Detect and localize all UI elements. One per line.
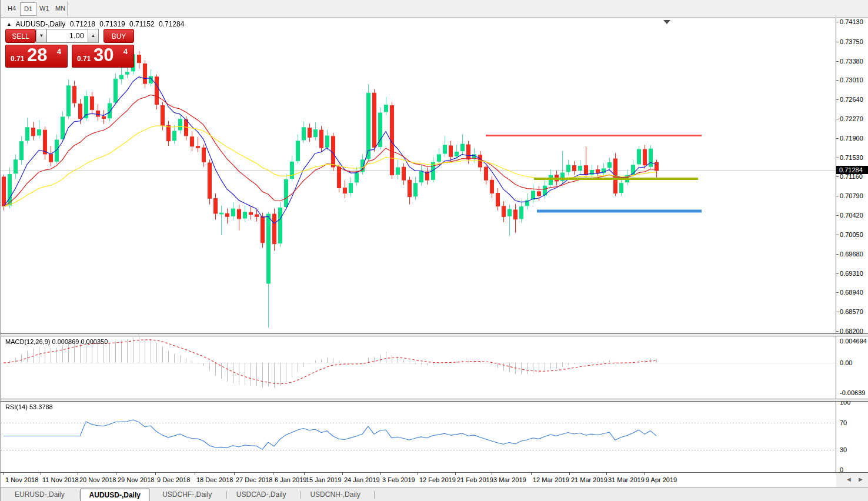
price-axis-tick (836, 196, 839, 196)
chart-tab-usdchf[interactable]: USDCHF-,Daily (154, 489, 220, 501)
toolbar-separator (67, 1, 68, 16)
price-axis-tick (836, 119, 839, 119)
time-axis-label: 15 Jan 2019 (306, 476, 342, 483)
time-axis-label: 18 Dec 2018 (196, 476, 233, 483)
sell-button[interactable]: SELL (5, 29, 36, 43)
tab-separator (300, 491, 301, 499)
macd-values: 0.000869 0.000350 (52, 338, 108, 345)
time-axis-label: 12 Mar 2019 (533, 476, 569, 483)
period-tab-mn[interactable]: MN (52, 2, 69, 15)
scroll-left-icon[interactable]: ◄ (846, 476, 852, 483)
volume-input[interactable]: 1.00 (46, 29, 88, 43)
price-axis-tick (836, 292, 839, 293)
time-axis-tick (155, 473, 156, 475)
time-axis-label: 29 Nov 2018 (118, 476, 154, 483)
chart-title: ▲ AUDUSD-,Daily 0.71218 0.71319 0.71152 … (6, 20, 186, 28)
rsi-indicator-canvas[interactable] (1, 400, 836, 472)
panel-divider[interactable] (1, 333, 868, 336)
time-axis[interactable]: 1 Nov 201811 Nov 201820 Nov 201829 Nov 2… (1, 472, 868, 487)
macd-axis-label: 0.00 (840, 359, 852, 366)
ohlc-high: 0.71319 (99, 20, 125, 28)
chart-symbol-label: AUDUSD-,Daily (16, 20, 66, 28)
time-axis-tick (418, 473, 418, 475)
price-axis-label: 0.73750 (840, 38, 863, 45)
tab-separator (226, 491, 227, 499)
ohlc-low: 0.71152 (129, 20, 155, 28)
time-axis-label: 1 Nov 2018 (5, 476, 38, 483)
time-axis-tick (606, 473, 607, 475)
rsi-axis-label: 70 (840, 419, 847, 426)
period-tab-d1[interactable]: D1 (20, 2, 36, 16)
price-axis-tick (836, 331, 839, 332)
time-axis-label: 27 Dec 2018 (236, 476, 272, 483)
time-axis-tick (380, 473, 381, 475)
buy-price-pips: 30 (94, 45, 113, 66)
scroll-right-icon[interactable]: ► (857, 476, 864, 483)
time-axis-label: 3 Mar 2019 (493, 476, 526, 483)
price-axis-label: 0.70420 (840, 212, 863, 219)
ohlc-open: 0.71218 (70, 20, 95, 28)
price-axis-label: 0.72640 (840, 96, 863, 103)
time-axis-tick (41, 473, 41, 475)
time-axis-label: 31 Mar 2019 (608, 476, 645, 483)
rsi-name: RSI(14) (5, 403, 28, 410)
price-axis-tick (836, 158, 839, 158)
time-axis-tick (304, 473, 305, 475)
macd-indicator-canvas[interactable] (1, 336, 836, 399)
sell-price-major: 0.71 (11, 55, 24, 63)
sell-price-pips: 28 (27, 45, 47, 66)
price-axis-label: 0.69310 (840, 270, 863, 277)
time-axis-tick (644, 473, 645, 475)
period-tab-w1[interactable]: W1 (36, 2, 53, 15)
time-axis-tick (531, 473, 532, 475)
macd-axis-label: 0.004694 (840, 338, 867, 345)
chart-tab-audusd[interactable]: AUDUSD-,Daily (81, 489, 149, 501)
time-axis-label: 3 Feb 2019 (382, 476, 415, 483)
price-axis-label: 0.71900 (840, 135, 863, 142)
rsi-value: 53.3788 (29, 403, 53, 410)
buy-button[interactable]: BUY (104, 29, 134, 43)
buy-price-box[interactable]: 0.71 30 4 (72, 45, 134, 68)
horizontal-scrollbar: ◄ ► (836, 472, 868, 487)
time-axis-tick (455, 473, 456, 475)
trading-terminal-window: H4D1W1MN ▲ AUDUSD-,Daily 0.71218 0.71319… (0, 0, 868, 501)
price-axis-tick (836, 80, 839, 81)
tab-separator (374, 491, 375, 499)
volume-increase-button[interactable]: ▲ (88, 29, 99, 43)
rsi-axis-label: 30 (840, 446, 847, 453)
one-click-trading-panel: SELL ▼ 1.00 ▲ BUY 0.71 28 4 0.71 30 4 (5, 29, 134, 68)
price-axis-label: 0.71530 (840, 154, 863, 161)
panel-divider[interactable] (1, 399, 868, 402)
time-axis-label: 21 Mar 2019 (571, 476, 607, 483)
time-axis-label: 9 Dec 2018 (157, 476, 190, 483)
chart-tab-eurusd[interactable]: EURUSD-,Daily (6, 489, 73, 501)
macd-label: MACD(12,26,9) 0.000869 0.000350 (5, 338, 108, 345)
spin-up-icon: ▲ (91, 33, 96, 38)
time-axis-label: 9 Apr 2019 (646, 476, 677, 483)
price-axis-tick (836, 42, 839, 42)
spin-down-icon: ▼ (39, 33, 44, 38)
ohlc-close: 0.71284 (159, 20, 184, 28)
price-axis-label: 0.69680 (840, 250, 863, 258)
time-axis-tick (569, 473, 570, 475)
chart-tab-usdcad[interactable]: USDCAD-,Daily (228, 489, 295, 501)
symbol-tick-icon: ▲ (6, 21, 12, 27)
sell-price-box[interactable]: 0.71 28 4 (5, 45, 68, 68)
chart-tab-bar: EURUSD-,DailyAUDUSD-,DailyUSDCHF-,DailyU… (1, 487, 868, 501)
time-axis-tick (234, 473, 235, 475)
price-scale-border (836, 18, 836, 472)
price-axis-tick (836, 235, 839, 235)
time-axis-label: 11 Nov 2018 (42, 476, 79, 483)
price-axis-label: 0.74130 (840, 18, 863, 25)
time-axis-tick (195, 473, 195, 475)
time-axis-label: 6 Jan 2019 (275, 476, 306, 483)
time-axis-tick (273, 473, 273, 475)
buy-price-major: 0.71 (77, 55, 91, 63)
current-price-tag: 0.71284 (836, 166, 868, 174)
price-axis-label: 0.70050 (840, 231, 863, 238)
period-tab-h4[interactable]: H4 (4, 2, 19, 15)
chart-tab-usdcnh[interactable]: USDCNH-,Daily (302, 489, 368, 501)
time-axis-label: 20 Nov 2018 (79, 476, 116, 483)
tab-separator (79, 491, 79, 499)
volume-decrease-button[interactable]: ▼ (36, 29, 47, 43)
